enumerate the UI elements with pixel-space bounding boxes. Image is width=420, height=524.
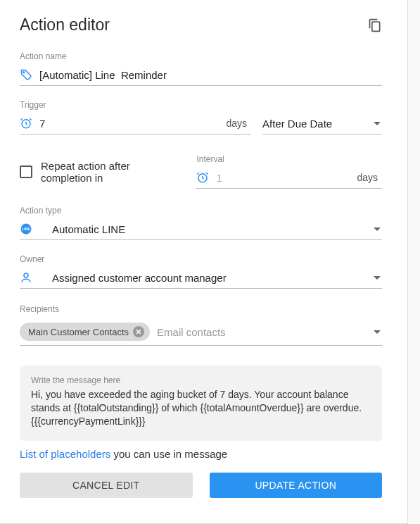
repeat-row: Repeat action after completion in Interv… bbox=[20, 154, 382, 189]
chevron-down-icon bbox=[374, 330, 381, 334]
interval-unit: days bbox=[357, 172, 378, 183]
interval-field: Interval days bbox=[196, 154, 382, 189]
repeat-checkbox[interactable] bbox=[20, 166, 32, 178]
message-box[interactable]: Write the message here Hi, you have exce… bbox=[20, 366, 382, 441]
action-type-field: Action type LINE Automatic LINE bbox=[20, 206, 382, 240]
owner-select[interactable]: Assigned customer account manager bbox=[20, 268, 382, 289]
svg-point-5 bbox=[24, 273, 28, 277]
action-type-label: Action type bbox=[20, 206, 382, 216]
repeat-label: Repeat action after completion in bbox=[41, 160, 175, 184]
action-type-value: Automatic LINE bbox=[39, 223, 362, 235]
trigger-value-input[interactable] bbox=[39, 118, 219, 130]
trigger-unit: days bbox=[226, 118, 247, 129]
placeholders-link[interactable]: List of placeholders bbox=[20, 448, 110, 460]
clock-icon bbox=[196, 171, 209, 184]
owner-value: Assigned customer account manager bbox=[39, 272, 362, 284]
action-name-input[interactable] bbox=[39, 69, 382, 81]
trigger-field: Trigger days After Due bbox=[20, 100, 382, 135]
trigger-when-select[interactable]: After Due Date bbox=[262, 115, 382, 135]
svg-text:LINE: LINE bbox=[22, 227, 30, 231]
recipients-field: Recipients Main Customer Contacts Email … bbox=[20, 304, 382, 346]
chip-remove-icon[interactable] bbox=[133, 326, 144, 337]
trigger-when-value: After Due Date bbox=[262, 118, 362, 130]
action-editor-panel: Action editor Action name Trigger bbox=[0, 0, 408, 524]
chevron-down-icon bbox=[374, 276, 381, 280]
page-title: Action editor bbox=[20, 15, 110, 35]
owner-field: Owner Assigned customer account manager bbox=[20, 254, 382, 289]
tag-icon bbox=[20, 68, 32, 81]
header: Action editor bbox=[20, 15, 382, 35]
placeholders-rest: you can use in message bbox=[110, 448, 227, 460]
message-placeholder-label: Write the message here bbox=[31, 375, 371, 385]
line-app-icon: LINE bbox=[20, 223, 32, 235]
interval-label: Interval bbox=[196, 154, 382, 164]
action-name-field: Action name bbox=[20, 51, 382, 86]
chevron-down-icon bbox=[374, 227, 381, 231]
clock-icon bbox=[20, 117, 32, 130]
message-body: Hi, you have exceeded the aging bucket o… bbox=[31, 388, 371, 428]
placeholders-help: List of placeholders you can use in mess… bbox=[20, 448, 382, 460]
trigger-label: Trigger bbox=[20, 100, 382, 110]
owner-label: Owner bbox=[20, 254, 382, 264]
cancel-button[interactable]: CANCEL EDIT bbox=[20, 473, 193, 498]
svg-point-0 bbox=[23, 72, 25, 73]
buttons-row: CANCEL EDIT UPDATE ACTION bbox=[20, 473, 382, 498]
interval-input[interactable] bbox=[216, 172, 350, 184]
chevron-down-icon bbox=[374, 122, 381, 125]
update-button[interactable]: UPDATE ACTION bbox=[210, 473, 383, 498]
recipients-placeholder: Email contacts bbox=[157, 326, 362, 338]
recipient-chip-label: Main Customer Contacts bbox=[28, 327, 129, 337]
action-name-label: Action name bbox=[20, 51, 382, 61]
action-type-select[interactable]: LINE Automatic LINE bbox=[20, 220, 382, 240]
copy-icon[interactable] bbox=[368, 18, 382, 32]
recipients-input-row[interactable]: Main Customer Contacts Email contacts bbox=[20, 318, 382, 346]
person-icon bbox=[20, 271, 32, 284]
recipient-chip[interactable]: Main Customer Contacts bbox=[20, 323, 150, 341]
recipients-label: Recipients bbox=[20, 304, 382, 314]
